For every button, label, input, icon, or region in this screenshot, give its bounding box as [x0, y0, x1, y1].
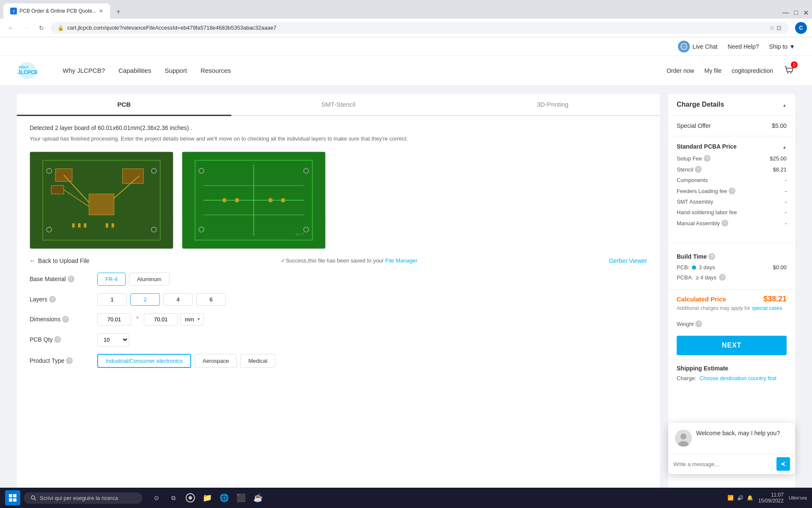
- svg-point-8: [790, 72, 792, 74]
- stencil-row: Stencil ? $8.21: [677, 166, 787, 173]
- special-cases-link[interactable]: special cases: [752, 305, 782, 311]
- live-chat-button[interactable]: Live Chat: [678, 41, 717, 52]
- setup-fee-value: $25.00: [770, 155, 787, 162]
- svg-rect-12: [55, 168, 72, 181]
- taskbar-notification-icon[interactable]: 🔔: [747, 495, 753, 501]
- taskbar-ultim-ora[interactable]: Ultim'ora: [789, 495, 807, 500]
- product-type-label: Product Type ?: [30, 357, 97, 364]
- svg-point-40: [281, 198, 285, 202]
- taskbar-network-icon[interactable]: 📶: [727, 495, 734, 501]
- taskbar-icon-cortana[interactable]: ⊙: [149, 490, 164, 505]
- username-link[interactable]: cogitoprediction: [732, 67, 773, 74]
- close-tab-button[interactable]: ✕: [99, 8, 103, 14]
- pcb-dot-indicator: [692, 265, 696, 270]
- file-manager-link[interactable]: File Manager: [385, 257, 417, 264]
- dim-unit-select[interactable]: mm inch: [180, 313, 204, 326]
- taskbar-sound-icon[interactable]: 🔊: [737, 495, 743, 501]
- chat-input[interactable]: [673, 461, 776, 467]
- tab-3d-printing[interactable]: 3D-Printing: [445, 94, 660, 116]
- close-button[interactable]: ✕: [803, 9, 809, 17]
- product-type-aerospace[interactable]: Aerospace: [195, 354, 237, 368]
- dimensions-help[interactable]: ?: [62, 316, 69, 323]
- tab-pcb[interactable]: PCB: [17, 94, 231, 116]
- setup-fee-help[interactable]: ?: [704, 155, 710, 162]
- stencil-help[interactable]: ?: [695, 166, 702, 173]
- base-material-fr4[interactable]: FR-4: [97, 273, 126, 286]
- nav-capabilities[interactable]: Capabilities: [118, 67, 151, 74]
- new-tab-button[interactable]: +: [112, 5, 125, 19]
- star-icon[interactable]: ☆: [769, 25, 775, 31]
- ship-to-button[interactable]: Ship to ▼: [769, 43, 795, 50]
- need-help-label: Need Help?: [728, 43, 759, 50]
- pcba-collapse-button[interactable]: [782, 143, 787, 150]
- nav-why-jlcpcb[interactable]: Why JLCPCB?: [63, 67, 105, 74]
- minimize-button[interactable]: —: [782, 9, 789, 17]
- pcba-build-help[interactable]: ?: [719, 274, 726, 281]
- back-to-upload-label: Back to Upload File: [38, 257, 89, 264]
- feeders-help[interactable]: ?: [729, 188, 735, 194]
- product-type-help[interactable]: ?: [66, 357, 73, 364]
- start-button[interactable]: [5, 490, 20, 505]
- tab-smt-stencil[interactable]: SMT-Stencil: [231, 94, 446, 116]
- dim-width-input[interactable]: 70.01: [97, 313, 131, 326]
- chat-send-button[interactable]: [776, 457, 790, 471]
- pcb-qty-help[interactable]: ?: [54, 336, 61, 343]
- order-now-link[interactable]: Order now: [667, 67, 694, 74]
- browser-tab[interactable]: J PCB Order & Online PCB Quote... ✕: [3, 3, 110, 19]
- cart-icon[interactable]: 0: [783, 64, 795, 77]
- pcb-days-value: 3 days: [699, 264, 715, 271]
- profile-avatar[interactable]: C: [795, 22, 807, 34]
- refresh-button[interactable]: ↻: [36, 22, 47, 34]
- weight-help[interactable]: ?: [695, 320, 702, 327]
- product-type-medical[interactable]: Medical: [240, 354, 275, 368]
- taskbar-icon-java[interactable]: ☕: [250, 490, 266, 505]
- dim-separator: *: [136, 315, 139, 323]
- pcb-qty-row: PCB Qty ? 5 10 15 20 30: [30, 333, 647, 346]
- layers-label: Layers ?: [30, 296, 97, 303]
- next-button[interactable]: NEXT: [677, 336, 787, 355]
- layers-4[interactable]: [163, 293, 193, 306]
- dim-height-input[interactable]: 70.01: [144, 313, 178, 326]
- taskbar-icon-explorer[interactable]: 📁: [200, 490, 215, 505]
- pcb-qty-select[interactable]: 5 10 15 20 30: [97, 333, 129, 346]
- layers-6[interactable]: [196, 293, 226, 306]
- url-bar[interactable]: 🔒 cart.jlcpcb.com/quote?relevanceFileAcc…: [51, 22, 788, 34]
- manual-assembly-help[interactable]: ?: [721, 220, 728, 226]
- components-value: -: [785, 177, 787, 183]
- back-to-upload-link[interactable]: ← Back to Upload File: [30, 257, 89, 264]
- hand-solder-label: Hand-soldering labor fee: [677, 209, 737, 215]
- taskbar-clock[interactable]: 11:07 15/09/2022: [758, 492, 784, 504]
- maximize-button[interactable]: □: [794, 9, 798, 17]
- feeders-row: Feeders Loading fee ? -: [677, 188, 787, 194]
- chat-avatar: [675, 430, 692, 447]
- product-type-industrial[interactable]: Industrial/Consumer electronics: [97, 354, 191, 368]
- nav-resources[interactable]: Resources: [200, 67, 231, 74]
- extension-icon[interactable]: ⊡: [776, 25, 782, 31]
- back-button[interactable]: ←: [5, 22, 17, 34]
- taskbar-icon-chrome[interactable]: [183, 490, 198, 505]
- logo[interactable]: J@LC JLCPCB: [17, 61, 37, 80]
- layers-1[interactable]: [97, 293, 127, 306]
- shipping-country-link[interactable]: Choose destination country first: [700, 375, 776, 381]
- taskbar-icon-vscode[interactable]: ⬛: [233, 490, 249, 505]
- gerber-viewer-link[interactable]: Gerber Viewer: [609, 257, 647, 264]
- nav-support[interactable]: Support: [165, 67, 187, 74]
- pcba-days-value: ≥ 4 days: [696, 274, 716, 281]
- base-material-aluminum[interactable]: Aluminum: [129, 273, 170, 286]
- forward-button[interactable]: →: [20, 22, 32, 34]
- taskbar-icon-browser2[interactable]: 🌐: [217, 490, 232, 505]
- taskbar-search-text: Scrivi qui per eseguire la ricerca: [40, 495, 118, 501]
- need-help-button[interactable]: Need Help?: [728, 43, 759, 50]
- my-file-link[interactable]: My file: [704, 67, 721, 74]
- taskbar-search[interactable]: Scrivi qui per eseguire la ricerca: [24, 492, 142, 504]
- special-offer-row: Special Offer $5.00: [668, 116, 795, 136]
- hand-solder-row: Hand-soldering labor fee -: [677, 209, 787, 215]
- build-time-help[interactable]: ?: [708, 253, 715, 260]
- layers-2[interactable]: [130, 293, 160, 306]
- base-material-help[interactable]: ?: [68, 276, 74, 282]
- product-type-options: Industrial/Consumer electronics Aerospac…: [97, 354, 275, 368]
- charge-details-header: Charge Details: [668, 94, 795, 116]
- layers-help[interactable]: ?: [49, 296, 56, 303]
- charge-collapse-button[interactable]: [782, 101, 787, 108]
- taskbar-icon-taskview[interactable]: ⧉: [166, 490, 181, 505]
